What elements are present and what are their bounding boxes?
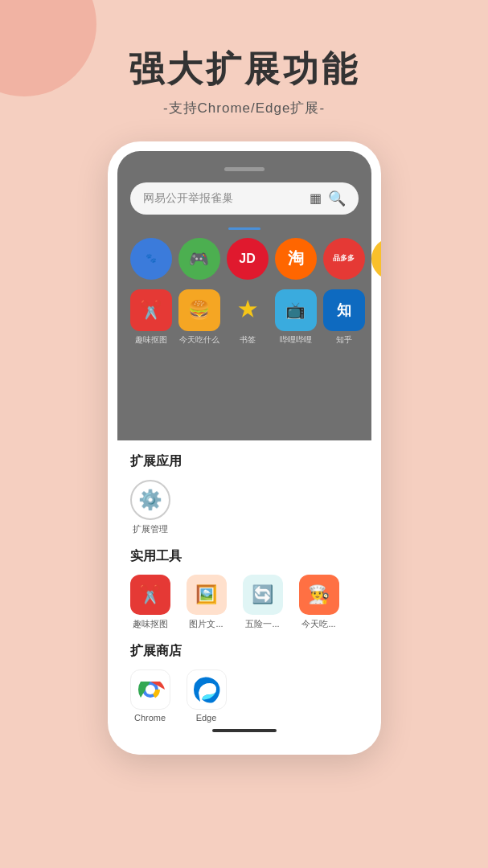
app-row-2: ✂️ 趣味抠图 🍔 今天吃什么 ★ 书签 📺 哔哩哔哩 知 知乎 — [130, 289, 359, 346]
app-icon-bilibili[interactable]: 📺 — [275, 289, 317, 331]
app-icon-game[interactable]: 🎮 — [178, 238, 220, 280]
app-col-pdd[interactable]: 品多多 — [323, 238, 365, 280]
app-label-jintian: 今天吃什么 — [179, 334, 219, 346]
app-col-game[interactable]: 🎮 — [178, 238, 220, 280]
app-label-zhihu: 知乎 — [336, 334, 352, 346]
app-icon-bookmark[interactable]: ★ — [227, 289, 269, 331]
qr-icon: ▦ — [310, 190, 322, 206]
app-icon-jd[interactable]: JD — [227, 238, 269, 280]
section1-title: 扩展应用 — [130, 453, 359, 470]
tools-row: ✂️ 趣味抠图 🖼️ 图片文... 🔄 五险一... 👨‍🍳 今天吃... — [130, 575, 359, 630]
tool-quwei[interactable]: ✂️ 趣味抠图 — [130, 575, 170, 630]
search-bar[interactable]: 网易公开举报雀巢 ▦ 🔍 — [130, 182, 359, 215]
gear-circle[interactable]: ⚙️ — [130, 480, 170, 520]
header-section: 强大扩展功能 -支持Chrome/Edge扩展- — [0, 0, 488, 117]
app-col-jintian[interactable]: 🍔 今天吃什么 — [178, 289, 220, 346]
store-row: Chrome Edge — [130, 669, 359, 723]
app-col-meituan[interactable]: 美 — [371, 238, 381, 280]
app-row-1: 🐾 🎮 JD 淘 品多多 美 — [130, 238, 359, 280]
extension-row: ⚙️ 扩展管理 — [130, 480, 359, 535]
search-text: 网易公开举报雀巢 — [143, 191, 233, 206]
tool-icon-quwei[interactable]: ✂️ — [130, 575, 170, 615]
app-col-zhihu[interactable]: 知 知乎 — [323, 289, 365, 346]
store-chrome[interactable]: Chrome — [130, 669, 170, 723]
tool-wuxian[interactable]: 🔄 五险一... — [243, 575, 283, 630]
phone-mockup: 网易公开举报雀巢 ▦ 🔍 🐾 🎮 JD 淘 — [108, 141, 381, 755]
tool-label-img: 图片文... — [189, 618, 223, 630]
search-icons: ▦ 🔍 — [310, 190, 346, 207]
phone-top-bar — [130, 167, 359, 171]
tool-icon-wuxian[interactable]: 🔄 — [243, 575, 283, 615]
app-col-quwei[interactable]: ✂️ 趣味抠图 — [130, 289, 172, 346]
tool-icon-img[interactable]: 🖼️ — [187, 575, 227, 615]
app-col-baidu[interactable]: 🐾 — [130, 238, 172, 280]
tool-img[interactable]: 🖼️ 图片文... — [187, 575, 227, 630]
app-icon-taobao[interactable]: 淘 — [275, 238, 317, 280]
chrome-icon[interactable] — [130, 669, 170, 710]
app-col-bookmark[interactable]: ★ 书签 — [227, 289, 269, 346]
extension-mgmt-item[interactable]: ⚙️ 扩展管理 — [130, 480, 170, 535]
phone-camera — [224, 167, 265, 171]
app-icon-baidu[interactable]: 🐾 — [130, 238, 172, 280]
bottom-nav — [130, 723, 359, 742]
main-title: 强大扩展功能 — [0, 48, 488, 91]
app-icon-quwei[interactable]: ✂️ — [130, 289, 172, 331]
section3-title: 扩展商店 — [130, 643, 359, 660]
tool-label-food: 今天吃... — [301, 618, 335, 630]
store-edge-label: Edge — [196, 713, 217, 723]
svg-point-2 — [146, 685, 155, 694]
star-icon: ★ — [238, 297, 256, 322]
tool-label-quwei: 趣味抠图 — [133, 618, 168, 630]
phone-screen: 网易公开举报雀巢 ▦ 🔍 🐾 🎮 JD 淘 — [117, 151, 371, 440]
tool-food[interactable]: 👨‍🍳 今天吃... — [299, 575, 339, 630]
app-icon-jintian[interactable]: 🍔 — [178, 289, 220, 331]
tab-indicator — [228, 227, 260, 230]
app-label-bilibili: 哔哩哔哩 — [280, 334, 312, 346]
extension-mgmt-label: 扩展管理 — [133, 523, 168, 535]
tool-label-wuxian: 五险一... — [245, 618, 279, 630]
bottom-section: 扩展应用 ⚙️ 扩展管理 实用工具 ✂️ 趣味抠图 🖼️ 图片文... 🔄 五险… — [117, 440, 371, 755]
app-label-bookmark: 书签 — [240, 334, 256, 346]
app-icon-zhihu[interactable]: 知 — [323, 289, 365, 331]
app-col-bilibili[interactable]: 📺 哔哩哔哩 — [275, 289, 317, 346]
store-chrome-label: Chrome — [134, 713, 166, 723]
app-icon-meituan[interactable]: 美 — [371, 238, 381, 280]
store-edge[interactable]: Edge — [187, 669, 227, 723]
bottom-bar — [212, 729, 277, 732]
sub-title: -支持Chrome/Edge扩展- — [0, 99, 488, 117]
search-icon[interactable]: 🔍 — [328, 190, 346, 207]
tool-icon-food[interactable]: 👨‍🍳 — [299, 575, 339, 615]
app-col-taobao[interactable]: 淘 — [275, 238, 317, 280]
app-col-jd[interactable]: JD — [227, 238, 269, 280]
section2-title: 实用工具 — [130, 548, 359, 565]
edge-icon[interactable] — [187, 669, 227, 710]
app-icon-pdd[interactable]: 品多多 — [323, 238, 365, 280]
app-label-quwei: 趣味抠图 — [135, 334, 167, 346]
